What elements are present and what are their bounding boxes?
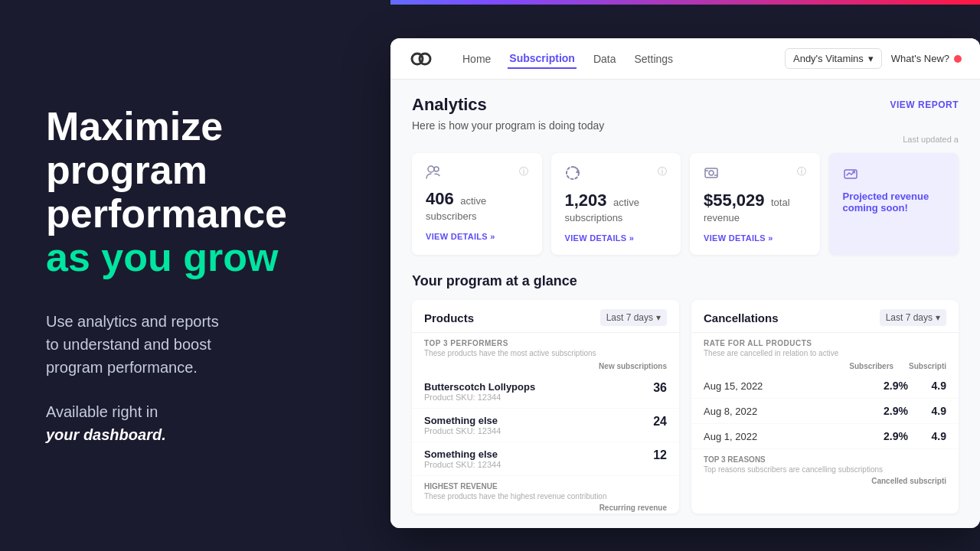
cancel-row-2: Aug 8, 2022 2.9% 4.9 bbox=[691, 399, 959, 424]
product-name-1: Butterscotch Lollypops bbox=[424, 381, 535, 393]
product-sku-1: Product SKU: 12344 bbox=[424, 393, 535, 402]
left-panel: Maximize program performance as you grow… bbox=[0, 0, 390, 551]
cancel-values-2: 2.9% 4.9 bbox=[874, 405, 946, 417]
rate-label: RATE FOR ALL PRODUCTS bbox=[691, 333, 959, 349]
subscribers-value-row: 406 active subscribers bbox=[426, 189, 528, 223]
subscriptions-icon bbox=[565, 165, 580, 184]
logo bbox=[409, 47, 433, 71]
svg-point-1 bbox=[420, 54, 430, 64]
product-count-3: 12 bbox=[653, 448, 667, 462]
cancel-sub-1: 4.9 bbox=[923, 380, 946, 392]
products-col-header: New subscriptions bbox=[599, 362, 667, 370]
cancel-col-subscriptions: Subscripti bbox=[909, 362, 946, 370]
product-row-3: Something else Product SKU: 12344 12 bbox=[412, 442, 679, 476]
revenue-icon bbox=[704, 165, 719, 184]
metric-card-header-2: ⓘ bbox=[565, 165, 668, 184]
analytics-subtitle: Here is how your program is doing today bbox=[412, 119, 959, 132]
product-name-2: Something else bbox=[424, 415, 501, 426]
cancellations-table-header: Cancellations Last 7 days ▾ bbox=[691, 300, 959, 333]
revenue-info-icon[interactable]: ⓘ bbox=[797, 165, 806, 178]
metric-card-header-4 bbox=[843, 165, 946, 184]
cancellations-table: Cancellations Last 7 days ▾ RATE FOR ALL… bbox=[691, 300, 959, 514]
product-row-1: Butterscotch Lollypops Product SKU: 1234… bbox=[412, 375, 679, 409]
cancellations-time-filter-label: Last 7 days bbox=[886, 312, 933, 323]
subscribers-info-icon[interactable]: ⓘ bbox=[519, 165, 528, 178]
top-performers-desc: These products have the most active subs… bbox=[412, 349, 679, 362]
analytics-header: Analytics VIEW REPORT bbox=[412, 95, 959, 115]
metric-subscriptions: ⓘ 1,203 active subscriptions VIEW DETAIL… bbox=[551, 153, 681, 255]
subscribers-view-details[interactable]: VIEW DETAILS » bbox=[426, 232, 528, 241]
products-time-filter[interactable]: Last 7 days ▾ bbox=[600, 309, 667, 326]
cancel-sub-3: 4.9 bbox=[923, 430, 946, 442]
highest-revenue-desc: These products have the highest revenue … bbox=[412, 492, 679, 504]
cancel-date-3: Aug 1, 2022 bbox=[704, 431, 757, 442]
highest-revenue-label: HIGHEST REVENUE bbox=[412, 476, 679, 492]
product-name-3: Something else bbox=[424, 448, 501, 460]
products-table-header: Products Last 7 days ▾ bbox=[412, 300, 679, 333]
projected-icon bbox=[843, 165, 858, 184]
footer-italic: your dashboard. bbox=[46, 426, 166, 443]
glance-tables: Products Last 7 days ▾ TOP 3 PERFORMERS … bbox=[412, 300, 959, 514]
cancel-values-1: 2.9% 4.9 bbox=[874, 380, 946, 392]
products-table: Products Last 7 days ▾ TOP 3 PERFORMERS … bbox=[412, 300, 679, 514]
store-name: Andy's Vitamins bbox=[793, 53, 864, 64]
nav-settings[interactable]: Settings bbox=[633, 50, 675, 68]
logo-icon bbox=[409, 47, 433, 71]
subscriptions-value: 1,203 bbox=[565, 191, 607, 210]
cancel-date-1: Aug 15, 2022 bbox=[704, 380, 763, 392]
revenue-col-header: Recurring revenue bbox=[599, 504, 667, 512]
subscribers-icon bbox=[426, 165, 441, 183]
cancellations-time-filter[interactable]: Last 7 days ▾ bbox=[880, 309, 946, 326]
svg-rect-4 bbox=[705, 168, 717, 178]
whats-new-button[interactable]: What's New? bbox=[891, 53, 962, 64]
top-performers-label: TOP 3 PERFORMERS bbox=[412, 333, 679, 349]
cancel-col-subscribers: Subscribers bbox=[849, 362, 893, 370]
svg-point-3 bbox=[434, 167, 439, 171]
chevron-down-icon: ▾ bbox=[868, 53, 874, 64]
analytics-title: Analytics bbox=[412, 95, 487, 115]
cancelled-col-header-row: Cancelled subscripti bbox=[691, 477, 959, 487]
cancelled-col-header: Cancelled subscripti bbox=[871, 477, 946, 485]
products-time-filter-label: Last 7 days bbox=[606, 312, 653, 323]
svg-point-2 bbox=[428, 166, 434, 172]
subscriptions-info-icon[interactable]: ⓘ bbox=[658, 165, 667, 178]
metric-card-header-3: ⓘ bbox=[704, 165, 806, 184]
last-updated: Last updated a bbox=[412, 135, 959, 144]
product-count-1: 36 bbox=[653, 381, 667, 395]
dashboard-panel: Home Subscription Data Settings Andy's V… bbox=[390, 38, 980, 528]
cancel-col-headers: Subscribers Subscripti bbox=[691, 362, 959, 373]
rate-desc: These are cancelled in relation to activ… bbox=[691, 349, 959, 362]
notification-dot bbox=[954, 55, 962, 63]
cancel-pct-3: 2.9% bbox=[874, 430, 908, 442]
revenue-col-header-row: Recurring revenue bbox=[412, 504, 679, 514]
title-highlight: as you grow bbox=[46, 235, 278, 279]
nav-home[interactable]: Home bbox=[461, 50, 492, 68]
metric-card-header: ⓘ bbox=[426, 165, 528, 183]
subscribers-value: 406 bbox=[426, 189, 454, 208]
hero-footer: Available right in your dashboard. bbox=[46, 400, 345, 446]
chevron-icon: ▾ bbox=[656, 312, 661, 323]
revenue-value-row: $55,029 total revenue bbox=[704, 191, 806, 224]
title-line2: program bbox=[46, 148, 207, 192]
glance-title: Your program at a glance bbox=[412, 273, 959, 289]
subscriptions-view-details[interactable]: VIEW DETAILS » bbox=[565, 233, 668, 243]
nav-data[interactable]: Data bbox=[592, 50, 618, 68]
revenue-view-details[interactable]: VIEW DETAILS » bbox=[704, 233, 806, 243]
store-dropdown[interactable]: Andy's Vitamins ▾ bbox=[785, 48, 882, 69]
navbar: Home Subscription Data Settings Andy's V… bbox=[390, 38, 980, 80]
view-report-button[interactable]: VIEW REPORT bbox=[890, 99, 959, 110]
cancel-row-1: Aug 15, 2022 2.9% 4.9 bbox=[691, 373, 959, 399]
product-sku-2: Product SKU: 12344 bbox=[424, 426, 501, 435]
top3-reasons-desc: Top reasons subscribers are cancelling s… bbox=[691, 465, 959, 477]
cancel-row-3: Aug 1, 2022 2.9% 4.9 bbox=[691, 424, 959, 449]
title-line1: Maximize bbox=[46, 104, 223, 148]
products-col-header-row: New subscriptions bbox=[412, 362, 679, 375]
hero-subtitle: Use analytics and reportsto understand a… bbox=[46, 310, 345, 379]
nav-subscription[interactable]: Subscription bbox=[508, 49, 577, 69]
subscriptions-value-row: 1,203 active subscriptions bbox=[565, 191, 668, 224]
nav-right: Andy's Vitamins ▾ What's New? bbox=[785, 48, 962, 69]
cancel-date-2: Aug 8, 2022 bbox=[704, 406, 757, 417]
cancel-sub-2: 4.9 bbox=[923, 405, 946, 417]
cancellations-table-title: Cancellations bbox=[704, 311, 779, 324]
nav-links: Home Subscription Data Settings bbox=[461, 49, 769, 69]
